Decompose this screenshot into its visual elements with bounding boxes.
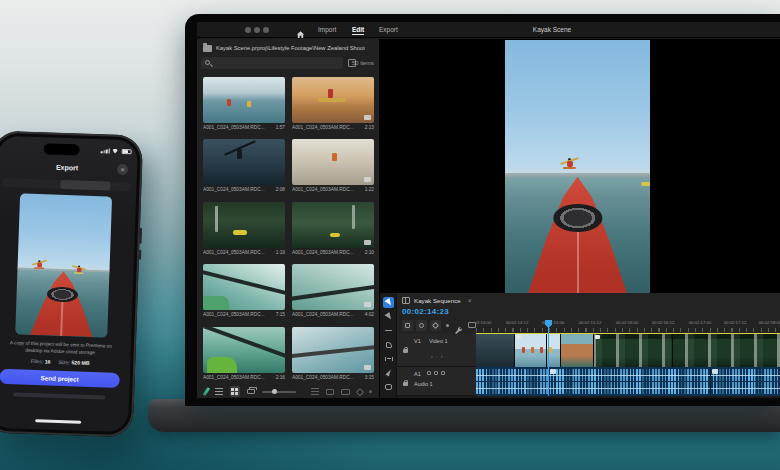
nav-export[interactable]: Export — [379, 26, 398, 33]
record-icon[interactable] — [441, 371, 445, 375]
export-stats: Files: 16 Size: 520 MB — [0, 357, 130, 368]
timeline-ruler[interactable]: 00:02:14:00 00:02:14:12 00:02:15:00 00:0… — [476, 320, 780, 332]
window-control-zoom[interactable] — [263, 27, 269, 33]
clip-thumbnail[interactable] — [203, 202, 285, 248]
window-control-minimize[interactable] — [254, 27, 260, 33]
keyframe-nav-icons[interactable]: ‹·› — [431, 353, 446, 359]
clip-cell[interactable]: A001_C024_0503AM.RDC...3:15 — [292, 327, 374, 385]
clip-cell[interactable]: A001_C024_0503AM.RDC...2:08 — [203, 139, 285, 197]
search-input[interactable] — [201, 57, 343, 69]
clip-thumbnail[interactable] — [292, 77, 374, 123]
hand-tool-icon[interactable] — [383, 381, 394, 392]
items-count: 50 items — [352, 60, 374, 66]
program-monitor — [380, 39, 780, 293]
ruler-label: 00:02:16:00 — [616, 320, 639, 325]
nav-edit[interactable]: Edit — [352, 26, 364, 35]
export-progress-track — [2, 178, 130, 191]
sort-icon[interactable] — [311, 388, 319, 395]
close-icon[interactable]: × — [117, 164, 128, 175]
clip-cell[interactable]: A001_C024_0503AM.RDC...2:16 — [203, 327, 285, 385]
playhead-line[interactable] — [548, 320, 549, 396]
video-clip[interactable] — [476, 334, 514, 367]
video-clip[interactable] — [560, 334, 593, 367]
stack-view-icon[interactable] — [247, 389, 255, 394]
grid-view-icon[interactable] — [230, 386, 241, 397]
status-dot — [446, 324, 449, 327]
solo-icon[interactable] — [434, 371, 438, 375]
video-clip[interactable] — [514, 334, 560, 367]
kayak-hatch — [47, 286, 79, 303]
paddle-shape — [292, 343, 374, 358]
clip-cell[interactable]: A001_C024_0503AM.RDC...4:02 — [292, 264, 374, 322]
linked-selection-icon[interactable] — [416, 320, 427, 331]
list-view-icon[interactable] — [215, 388, 223, 395]
audio-track-header[interactable]: A1 Audio 1 — [397, 367, 476, 396]
video-clip[interactable] — [593, 334, 780, 367]
signal-icon — [101, 148, 110, 153]
lock-icon[interactable] — [403, 382, 408, 386]
edit-pen-icon[interactable] — [203, 387, 210, 396]
clip-thumbnail[interactable] — [203, 264, 285, 310]
kayak-hatch — [553, 204, 602, 232]
audio-clip-strip[interactable] — [476, 367, 780, 396]
home-indicator[interactable] — [35, 419, 81, 424]
clip-cell[interactable]: A001_C024_0503AM.RDC...2:10 — [292, 202, 374, 260]
track-select-tool-icon[interactable] — [383, 311, 394, 322]
folder-view-icon[interactable] — [341, 389, 350, 395]
thumbnail-size-slider[interactable] — [262, 391, 296, 393]
ruler-label: 00:02:18:00 — [759, 320, 780, 325]
selection-tool-icon[interactable] — [383, 297, 394, 308]
slip-tool-icon[interactable] — [383, 353, 394, 364]
send-project-button[interactable]: Send project — [0, 369, 120, 388]
razor-tool-icon[interactable] — [383, 339, 394, 350]
breadcrumb[interactable]: Kayak Scene.prproj\Lifestyle Footage\New… — [203, 43, 378, 53]
audio-fx-badge — [712, 369, 718, 374]
clip-cell[interactable]: A001_C024_0503AM.RDC...2:13 — [292, 77, 374, 135]
close-icon[interactable]: × — [468, 297, 472, 304]
snap-icon[interactable] — [402, 320, 413, 331]
more-options-icon[interactable] — [369, 390, 372, 393]
clip-thumbnail[interactable] — [292, 202, 374, 248]
phone-side-button — [139, 250, 141, 260]
mute-icon[interactable] — [427, 371, 431, 375]
video-track-name: Video 1 — [429, 338, 448, 344]
media-browser-panel: Kayak Scene.prproj\Lifestyle Footage\New… — [197, 39, 380, 398]
lock-icon[interactable] — [403, 349, 408, 353]
paddle-shape — [292, 283, 374, 302]
window-control-close[interactable] — [245, 27, 251, 33]
pen-tool-icon[interactable] — [383, 367, 394, 378]
marker-icon[interactable] — [430, 320, 441, 331]
clip-cell[interactable]: A001_C024_0503AM.RDC...1:19 — [203, 202, 285, 260]
video-clip-strip[interactable] — [476, 334, 780, 367]
slider-knob[interactable] — [272, 389, 277, 394]
timeline-footer — [397, 396, 780, 398]
clip-thumbnail[interactable] — [292, 264, 374, 310]
folder-icon — [203, 45, 212, 52]
film-icon[interactable] — [326, 389, 334, 395]
ruler-label: 00:02:15:12 — [579, 320, 602, 325]
clip-thumbnail[interactable] — [292, 327, 374, 373]
clip-badge-icon — [364, 177, 371, 182]
sequence-tab[interactable]: Kayak Sequence × — [402, 295, 472, 306]
clip-cell[interactable]: A001_C024_0503AM.RDC...7:15 — [203, 264, 285, 322]
clip-thumbnail[interactable] — [203, 327, 285, 373]
export-note: A copy of this project will be sent to P… — [0, 339, 125, 357]
export-preview-video[interactable] — [15, 193, 112, 337]
clip-thumbnail[interactable] — [203, 139, 285, 185]
ruler-label: 00:02:14:12 — [506, 320, 529, 325]
nav-import[interactable]: Import — [318, 26, 336, 33]
playhead-timecode[interactable]: 00:02:14:23 — [402, 307, 449, 316]
timeline-settings-icon[interactable] — [454, 321, 463, 330]
work-area-icon[interactable] — [468, 322, 476, 328]
clip-thumbnail[interactable] — [292, 139, 374, 185]
video-track-header[interactable]: V1 Video 1 ‹·› — [397, 334, 476, 367]
files-label: Files: — [31, 358, 44, 364]
clip-cell[interactable]: A001_C024_0503AM.RDC...1:22 — [292, 139, 374, 197]
clip-cell[interactable]: A001_C024_0503AM.RDC...1:57 — [203, 77, 285, 135]
phone-side-button — [139, 228, 142, 244]
clip-thumbnail[interactable] — [203, 77, 285, 123]
ripple-edit-tool-icon[interactable] — [383, 325, 394, 336]
clip-badge-icon — [364, 115, 371, 120]
tag-icon[interactable] — [356, 387, 364, 395]
files-value: 16 — [45, 358, 51, 364]
